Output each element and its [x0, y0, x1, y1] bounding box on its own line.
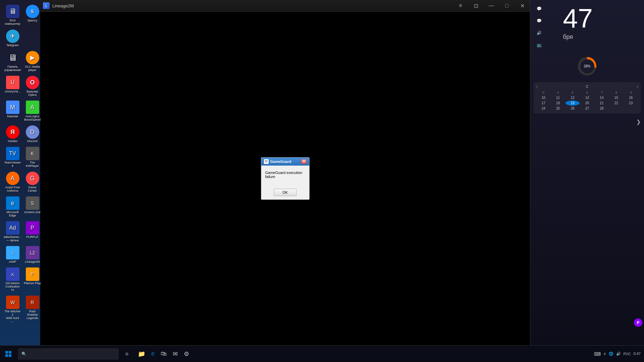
search-icon: 🔍 [21, 352, 26, 356]
taskbar-clock-time[interactable]: 0:47 [634, 351, 641, 356]
desktop-icon-adwcleaner[interactable]: Ad adwcleaner...— ярлык [3, 220, 22, 243]
desktop-icon-avast[interactable]: A Avast FreeAntivirus [3, 170, 22, 194]
screen-icon[interactable]: 📺 [534, 40, 544, 50]
titlebar-close-btn[interactable]: ✕ [515, 0, 530, 12]
desktop-icon-plarium[interactable]: P Plarium Play [23, 266, 42, 293]
cal-header-thu: 6 [580, 90, 594, 95]
calendar-next[interactable]: › [637, 85, 638, 88]
systray-keyboard[interactable]: ⌨ [594, 351, 601, 357]
calendar-prev[interactable]: ‹ [536, 85, 537, 88]
systray-volume[interactable]: 🔊 [616, 352, 621, 356]
titlebar-menu-btn[interactable]: ≡ [453, 0, 468, 12]
desktop-icon-ummy[interactable]: U UmmyVid... [3, 74, 22, 98]
desktop-icon-control-panel[interactable]: 🖥 Панельуправления [3, 50, 22, 73]
taskbar: 🔍 ⧉ 📁 e 🛍 ✉ ⚙ [0, 345, 644, 362]
cal-day-4[interactable]: 13 [580, 95, 594, 100]
cal-day-6[interactable]: 15 [609, 95, 623, 100]
dialog-footer: OK [261, 187, 309, 199]
gameguard-dialog: 🛡 GameGuard ✕ GameGuard execution failur… [261, 157, 310, 200]
cal-day-11[interactable]: 20 [580, 101, 594, 106]
taskbar-file-explorer[interactable]: 📁 [135, 347, 148, 361]
desktop-icon-witcher[interactable]: W The Witcher 3Wild Hunt -... [3, 294, 22, 324]
desktop-icon-purple[interactable]: P PURPLE [23, 220, 42, 243]
notification-icon[interactable]: 💬 [534, 3, 544, 14]
cal-day-2[interactable]: 11 [551, 95, 565, 100]
desktop-icon-screenc[interactable]: S screenc.exe [23, 195, 42, 219]
systray-network[interactable]: 🌐 [609, 352, 613, 356]
icon-grid: 🖥 Этоткомпьютер S Speccy ✈ Telegram 🖥 Па… [2, 2, 39, 326]
titlebar-controls: ≡ ⊡ — □ ✕ [453, 0, 530, 12]
purple-bottom-icon[interactable]: P [634, 318, 642, 327]
cal-header-sun: 9 [624, 90, 638, 95]
dialog-title-text: GameGuard [270, 160, 291, 164]
titlebar-minimize-btn[interactable]: — [484, 0, 499, 12]
systray-arrow[interactable]: ∧ [603, 352, 606, 356]
svg-rect-3 [9, 354, 11, 357]
desktop-icon-yandex[interactable]: Я Yandex [3, 124, 22, 144]
desktop-icon-auslogics[interactable]: A AusLogicsBoostSpeed [23, 99, 42, 123]
cal-day-12[interactable]: 21 [595, 101, 609, 106]
desktop-icon-edge[interactable]: e MicrosoftEdge [3, 195, 22, 219]
clock-display: 47 [563, 5, 641, 32]
taskbar-mail[interactable]: ✉ [170, 347, 180, 361]
calendar-grid: C 4 5 6 7 8 9 10 11 12 13 14 15 16 17 18… [536, 90, 638, 111]
cal-day-7[interactable]: 16 [624, 95, 638, 100]
cal-header-fri: 7 [595, 90, 609, 95]
dialog-title-left: 🛡 GameGuard [264, 159, 291, 164]
desktop-icon-telegram[interactable]: ✈ Telegram [3, 28, 22, 48]
cal-day-5[interactable]: 14 [595, 95, 609, 100]
desktop-icon-raid[interactable]: R Raid ShadowLegends [23, 294, 42, 324]
desktop-icon-teamviewer[interactable]: TV TeamViewer 9 [3, 145, 22, 169]
desktop-icon-maksim[interactable]: M Максим [3, 99, 22, 123]
cal-day-1[interactable]: 10 [536, 95, 550, 100]
calendar-widget: ‹ C › C 4 5 6 7 8 9 10 11 12 13 14 15 16… [534, 82, 641, 114]
cal-day-18[interactable]: 27 [580, 106, 594, 111]
cal-day-9[interactable]: 18 [551, 101, 565, 106]
calendar-month: C [586, 85, 588, 88]
cal-day-17[interactable]: 26 [566, 106, 580, 111]
cal-header-sat: 8 [609, 90, 623, 95]
titlebar-maximize-btn[interactable]: □ [499, 0, 515, 12]
taskbar-search[interactable]: 🔍 [18, 348, 119, 360]
cal-day-13[interactable]: 22 [609, 101, 623, 106]
cal-day-today[interactable]: 19 [566, 101, 580, 106]
desktop-icon-speccy[interactable]: S Speccy [23, 3, 42, 27]
desktop-icon-opera[interactable]: O БраузерOpera [23, 74, 42, 98]
game-titlebar-title: Lineage2M [52, 3, 453, 8]
cal-day-16[interactable]: 25 [551, 106, 565, 111]
volume-meter: 28% [578, 57, 596, 75]
taskbar-settings[interactable]: ⚙ [181, 347, 192, 361]
volume-percent: 28% [580, 59, 594, 73]
dialog-close-btn[interactable]: ✕ [301, 159, 307, 164]
volume-icon[interactable]: 🔊 [534, 27, 544, 38]
start-button[interactable] [0, 346, 17, 362]
cal-day-19[interactable]: 28 [595, 106, 609, 111]
dialog-ok-button[interactable]: OK [274, 189, 297, 196]
desktop-icon-aimp[interactable]: ♫ AIMP [3, 245, 22, 265]
dialog-titlebar-icon: 🛡 [264, 159, 269, 164]
task-view-btn[interactable]: ⧉ [120, 347, 133, 361]
desktop-icon-game-center[interactable]: G Game Center [23, 170, 42, 194]
titlebar-window-btn[interactable]: ⊡ [468, 0, 484, 12]
desktop-icon-civ6[interactable]: ⚔ Sid MeiersCivilization VI [3, 266, 22, 293]
desktop-icon-kmplayer[interactable]: K The KMPlayer [23, 145, 42, 169]
systray-lang[interactable]: РУС [624, 352, 631, 356]
desktop: L Lineage2M ≡ ⊡ — □ ✕ 🖥 Этотком [0, 0, 644, 362]
desktop-icon-lineage2m[interactable]: L2 Lineage2M [23, 245, 42, 265]
panel-expand-btn[interactable]: ❯ [636, 119, 641, 125]
taskbar-edge[interactable]: e [149, 347, 157, 361]
taskbar-store[interactable]: 🛍 [158, 347, 169, 361]
cal-day-15[interactable]: 24 [536, 106, 550, 111]
game-titlebar-icon: L [43, 2, 50, 9]
cal-day-8[interactable]: 17 [536, 101, 550, 106]
cal-day-3[interactable]: 12 [566, 95, 580, 100]
right-panel: 💬 💬 🔊 📺 47 бря 28% ‹ C › C [530, 0, 644, 345]
chat-icon[interactable]: 💬 [534, 15, 544, 26]
desktop-icon-this-pc[interactable]: 🖥 Этоткомпьютер [3, 3, 22, 27]
taskbar-systray: ⌨ ∧ 🌐 🔊 РУС 0:47 [591, 351, 644, 357]
desktop-icons-area: 🖥 Этоткомпьютер S Speccy ✈ Telegram 🖥 Па… [0, 0, 40, 345]
svg-rect-1 [9, 351, 11, 354]
desktop-icon-vlc[interactable]: ▶ VLC mediaplayer [23, 50, 42, 73]
cal-day-14[interactable]: 23 [624, 101, 638, 106]
desktop-icon-discord[interactable]: D Discord [23, 124, 42, 144]
